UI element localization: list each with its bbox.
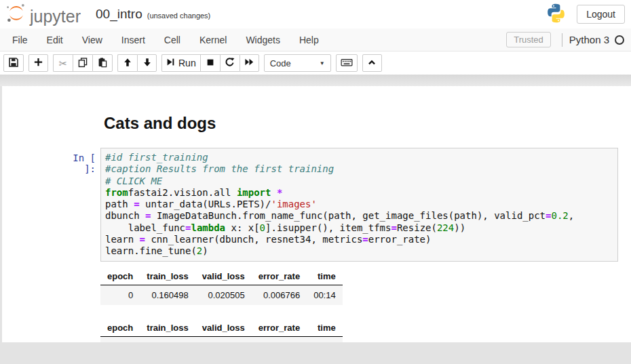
menubar-right: Trusted Python 3 xyxy=(506,32,631,47)
table-cell: 00:18 xyxy=(307,336,343,342)
restart-kernel-button[interactable] xyxy=(220,54,240,72)
column-header-error_rate: error_rate xyxy=(252,319,307,337)
trusted-badge[interactable]: Trusted xyxy=(506,32,551,47)
move-up-icon xyxy=(123,58,132,69)
jupyter-logo-icon xyxy=(5,2,27,26)
table-cell: 00:14 xyxy=(307,285,343,305)
code-line: # CLICK ME xyxy=(105,176,613,187)
scroll-up-button[interactable] xyxy=(362,54,382,72)
python-logo-icon xyxy=(545,2,567,27)
cell-prompt: In [ ]: xyxy=(58,148,96,262)
training-results-table: epochtrain_lossvalid_losserror_ratetime0… xyxy=(100,268,343,305)
column-header-train_loss: train_loss xyxy=(140,319,195,337)
paste-icon xyxy=(97,57,108,70)
menu-item-cell[interactable]: Cell xyxy=(155,28,190,51)
column-header-epoch: epoch xyxy=(100,319,140,337)
add-cell-icon xyxy=(33,57,43,69)
column-header-time: time xyxy=(307,268,343,285)
save-button[interactable] xyxy=(3,54,24,72)
menu-items: FileEditViewInsertCellKernelWidgetsHelp xyxy=(0,28,328,51)
kernel-status-icon xyxy=(615,35,624,45)
logout-button[interactable]: Logout xyxy=(577,5,625,24)
column-header-time: time xyxy=(307,319,343,337)
cell-type-value: Code xyxy=(270,58,291,68)
table-cell: 0.020505 xyxy=(195,285,252,305)
header-shadow xyxy=(0,75,631,86)
jupyter-app: jupyter 00_intro (unsaved changes) Logou… xyxy=(0,0,631,364)
column-header-train_loss: train_loss xyxy=(140,268,195,285)
copy-cell-button[interactable] xyxy=(73,54,92,72)
move-cell-down-button[interactable] xyxy=(137,54,157,72)
notebook-container[interactable]: Cats and dogs In [ ]: #id first_training… xyxy=(2,86,631,342)
paste-cell-button[interactable] xyxy=(92,54,113,72)
code-cell[interactable]: In [ ]: #id first_training#caption Resul… xyxy=(2,148,631,262)
cut-cell-button[interactable]: ✂ xyxy=(53,54,73,72)
code-line: learn = cnn_learner(dbunch, resnet34, me… xyxy=(105,234,613,245)
restart-run-all-icon xyxy=(244,57,254,69)
cell-type-select[interactable]: Code ▼ xyxy=(264,54,331,72)
copy-icon xyxy=(77,57,88,70)
code-line: fromfastai2.vision.all import * xyxy=(105,187,613,199)
notebook-title-group: 00_intro (unsaved changes) xyxy=(96,7,210,22)
chevron-up-icon xyxy=(367,58,377,68)
jupyter-logo[interactable]: jupyter xyxy=(5,2,81,26)
kernel-divider xyxy=(562,33,562,47)
column-header-error_rate: error_rate xyxy=(252,268,307,285)
cell-outputs: epochtrain_lossvalid_losserror_ratetime0… xyxy=(2,268,631,342)
menu-item-insert[interactable]: Insert xyxy=(112,28,155,51)
run-cell-button[interactable]: Run xyxy=(161,54,200,72)
restart-icon xyxy=(225,57,235,69)
code-line: path = untar_data(URLs.PETS)/'images' xyxy=(105,199,613,210)
table-row: 00.1604980.0205050.00676600:14 xyxy=(100,285,343,305)
command-palette-button[interactable] xyxy=(336,54,358,72)
menu-item-kernel[interactable]: Kernel xyxy=(190,28,236,51)
column-header-valid_loss: valid_loss xyxy=(195,268,252,285)
move-cell-up-button[interactable] xyxy=(117,54,137,72)
code-line: learn.fine_tune(2) xyxy=(105,245,613,257)
code-input-area[interactable]: #id first_training#caption Results from … xyxy=(100,148,618,262)
code-line: dbunch = ImageDataBunch.from_name_func(p… xyxy=(105,210,613,222)
jupyter-logo-text: jupyter xyxy=(30,8,81,26)
kernel-name: Python 3 xyxy=(569,34,609,45)
chevron-down-icon: ▼ xyxy=(320,60,325,66)
command-palette-icon xyxy=(341,58,353,69)
table-cell: 0.007442 xyxy=(252,336,307,342)
menu-item-file[interactable]: File xyxy=(3,28,37,51)
restart-run-all-button[interactable] xyxy=(240,54,259,72)
stop-icon xyxy=(206,58,215,69)
cut-icon: ✂ xyxy=(59,58,68,68)
header: jupyter 00_intro (unsaved changes) Logou… xyxy=(0,0,631,28)
table-cell: 0.006766 xyxy=(252,285,307,305)
table-cell: 0 xyxy=(100,336,140,342)
column-header-epoch: epoch xyxy=(100,268,140,285)
menu-item-widgets[interactable]: Widgets xyxy=(236,28,290,51)
save-icon xyxy=(8,57,19,70)
menu-item-help[interactable]: Help xyxy=(290,28,328,51)
autosave-status: (unsaved changes) xyxy=(147,12,211,20)
menubar: FileEditViewInsertCellKernelWidgetsHelp … xyxy=(0,28,631,52)
move-down-icon xyxy=(142,58,152,69)
header-right: Logout xyxy=(545,2,625,27)
code-line: #id first_training xyxy=(105,152,613,163)
interrupt-kernel-button[interactable] xyxy=(200,54,220,72)
table-cell: 0 xyxy=(100,285,140,305)
code-line: #caption Results from the first training xyxy=(105,163,613,175)
training-results-table: epochtrain_lossvalid_losserror_ratetime0… xyxy=(100,319,343,342)
add-cell-button[interactable] xyxy=(28,54,48,72)
menu-item-edit[interactable]: Edit xyxy=(37,28,73,51)
table-cell: 0.160498 xyxy=(140,285,195,305)
run-button-label: Run xyxy=(178,58,196,68)
table-cell: 0.017920 xyxy=(195,336,252,342)
notebook-heading: Cats and dogs xyxy=(104,114,631,133)
menu-item-view[interactable]: View xyxy=(73,28,112,51)
notebook-title[interactable]: 00_intro xyxy=(96,7,142,22)
table-cell: 0.092704 xyxy=(140,336,195,342)
toolbar: ✂ Run xyxy=(0,52,631,75)
run-icon xyxy=(166,58,175,68)
column-header-valid_loss: valid_loss xyxy=(195,319,252,337)
code-line: label_func=lambda x: x[0].isupper(), ite… xyxy=(105,222,613,234)
table-row: 00.0927040.0179200.00744200:18 xyxy=(100,336,343,342)
markdown-cell[interactable]: Cats and dogs xyxy=(2,86,631,133)
